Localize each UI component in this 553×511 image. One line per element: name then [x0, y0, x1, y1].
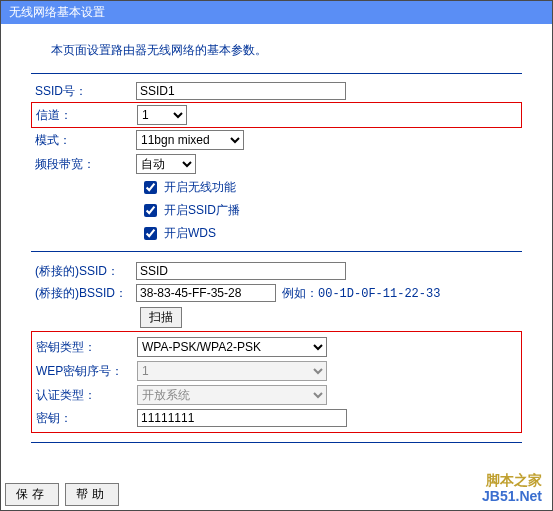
row-enable-wireless: 开启无线功能	[140, 176, 522, 199]
label-mode: 模式：	[31, 132, 136, 149]
panel-title: 无线网络基本设置	[1, 1, 552, 24]
row-ssid: SSID号：	[31, 80, 522, 102]
row-wep-index: WEP密钥序号： 1	[32, 359, 521, 383]
settings-panel: 无线网络基本设置 本页面设置路由器无线网络的基本参数。 SSID号： 信道： 1…	[0, 0, 553, 511]
security-highlight: 密钥类型： WPA-PSK/WPA2-PSK WEP密钥序号： 1	[31, 331, 522, 433]
label-enable-wireless: 开启无线功能	[164, 179, 236, 196]
row-enable-ssid-broadcast: 开启SSID广播	[140, 199, 522, 222]
checkbox-enable-ssid-broadcast[interactable]	[144, 204, 157, 217]
row-bandwidth: 频段带宽： 自动	[31, 152, 522, 176]
label-bandwidth: 频段带宽：	[31, 156, 136, 173]
scan-button[interactable]: 扫描	[140, 307, 182, 328]
bottom-bar: 保存 帮助	[5, 483, 119, 506]
input-key[interactable]	[137, 409, 347, 427]
row-auth-type: 认证类型： 开放系统	[32, 383, 521, 407]
divider	[31, 73, 522, 74]
select-auth-type: 开放系统	[137, 385, 327, 405]
select-key-type[interactable]: WPA-PSK/WPA2-PSK	[137, 337, 327, 357]
watermark: 脚本之家 JB51.Net	[482, 473, 542, 504]
divider	[31, 442, 522, 443]
label-channel: 信道：	[32, 107, 137, 124]
row-enable-wds: 开启WDS	[140, 222, 522, 245]
label-enable-ssid-broadcast: 开启SSID广播	[164, 202, 240, 219]
watermark-line1: 脚本之家	[482, 473, 542, 488]
label-bridge-bssid: (桥接的)BSSID：	[31, 285, 136, 302]
help-button[interactable]: 帮助	[65, 483, 119, 506]
checkbox-enable-wireless[interactable]	[144, 181, 157, 194]
row-key: 密钥：	[32, 407, 521, 429]
select-mode[interactable]: 11bgn mixed	[136, 130, 244, 150]
row-mode: 模式： 11bgn mixed	[31, 128, 522, 152]
label-enable-wds: 开启WDS	[164, 225, 216, 242]
row-key-type: 密钥类型： WPA-PSK/WPA2-PSK	[32, 335, 521, 359]
bssid-example-hint: 例如：00-1D-0F-11-22-33	[282, 285, 440, 302]
label-bridge-ssid: (桥接的)SSID：	[31, 263, 136, 280]
row-scan: 扫描	[140, 304, 522, 331]
row-bridge-bssid: (桥接的)BSSID： 例如：00-1D-0F-11-22-33	[31, 282, 522, 304]
label-key-type: 密钥类型：	[32, 339, 137, 356]
save-button[interactable]: 保存	[5, 483, 59, 506]
content-area: 本页面设置路由器无线网络的基本参数。 SSID号： 信道： 1 模式：	[1, 24, 552, 443]
input-bridge-bssid[interactable]	[136, 284, 276, 302]
watermark-line2: JB51.Net	[482, 489, 542, 504]
label-auth-type: 认证类型：	[32, 387, 137, 404]
divider	[31, 251, 522, 252]
input-bridge-ssid[interactable]	[136, 262, 346, 280]
label-wep-index: WEP密钥序号：	[32, 363, 137, 380]
row-channel: 信道： 1	[32, 103, 521, 127]
channel-highlight: 信道： 1	[31, 102, 522, 128]
select-wep-index: 1	[137, 361, 327, 381]
input-ssid[interactable]	[136, 82, 346, 100]
select-bandwidth[interactable]: 自动	[136, 154, 196, 174]
label-key: 密钥：	[32, 410, 137, 427]
intro-text: 本页面设置路由器无线网络的基本参数。	[51, 42, 522, 59]
row-bridge-ssid: (桥接的)SSID：	[31, 260, 522, 282]
select-channel[interactable]: 1	[137, 105, 187, 125]
checkbox-enable-wds[interactable]	[144, 227, 157, 240]
label-ssid: SSID号：	[31, 83, 136, 100]
